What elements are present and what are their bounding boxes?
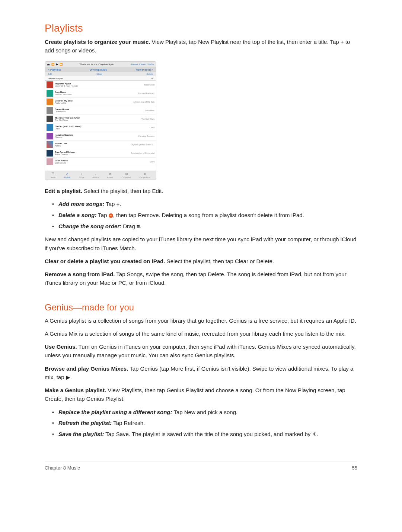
device-screenshot: ⏮ ⏪ ▶ ⏩ What's in it for me - Together A… (45, 61, 156, 180)
clear-button: Clear (96, 73, 102, 75)
device-controls: ⏮ ⏪ ▶ ⏩ (47, 63, 63, 66)
tab-genres-label: Genres (107, 176, 113, 178)
device-song-list: Together Again Vince Gill & Paul Frankli… (45, 81, 156, 166)
tab-composers: ⊞ Composers (122, 172, 131, 178)
song-artist: Austra (55, 145, 125, 147)
song-artist: At the Drive-in (55, 153, 125, 155)
genius-use-rest: Turn on Genius in iTunes on your compute… (45, 344, 356, 358)
list-item: Hanging Gardens Classixs Hanging Gardens (45, 132, 156, 141)
section2-title: Genius—made for you (45, 302, 357, 313)
list-item: Color of My Soul Pretty Lights A Color M… (45, 98, 156, 106)
tab-albums-label: Albums (93, 176, 99, 178)
tab-menu: ☰ Menu (51, 172, 55, 178)
clear-delete-bold: Clear or delete a playlist you created o… (45, 258, 165, 264)
bullet-text: Delete a song: Tap −, then tap Remove. D… (58, 211, 304, 219)
genres-icon: ≋ (109, 172, 112, 176)
genius-use-para: Use Genius. Turn on Genius in iTunes on … (45, 342, 357, 360)
playlist-title: Driving Music (90, 68, 107, 71)
list-item: The One That Got Away The Civil Wars The… (45, 115, 156, 123)
clear-delete-para: Clear or delete a playlist you created o… (45, 257, 357, 265)
list-item: I'm Out (feat. Nicki Minaj) Ciara Ciara (45, 123, 156, 132)
song-artist: Pretty Lights (55, 102, 125, 104)
track-name: What's in it for me - Together Again (63, 63, 131, 65)
section1-intro: Create playlists to organize your music.… (45, 38, 357, 55)
list-item: Together Again Vince Gill & Paul Frankli… (45, 81, 156, 89)
song-thumb (47, 81, 53, 88)
song-album: The Civil Wars (125, 118, 154, 120)
song-album: Olympia (Bonus Track V... (125, 144, 154, 146)
bullet-save: Save the playlist: Tap Save. The playlis… (52, 430, 357, 439)
remove-song-para: Remove a song from iPad. Tap Songs, swip… (45, 270, 357, 287)
compilations-icon: ≡ (144, 172, 146, 176)
page-number: 55 (352, 465, 357, 471)
remove-song-bold: Remove a song from iPad. (45, 271, 115, 277)
shuffle-button: Shuffle (147, 63, 154, 65)
device-nav-bar: < Playlists Driving Music Now Playing › (45, 67, 156, 72)
section1-title: Playlists (45, 22, 357, 34)
song-info: One Armed Scissor At the Drive-in (55, 151, 125, 155)
genius-p2: A Genius Mix is a selection of songs of … (45, 329, 357, 338)
chapter-label: Chapter 8 Music (45, 465, 80, 471)
genius-use-bold: Use Genius. (45, 344, 77, 350)
song-thumb (47, 107, 53, 114)
edit-bullets: Add more songs: Tap +. Delete a song: Ta… (52, 200, 357, 230)
song-artist: The Civil Wars (55, 119, 125, 121)
genius-p1: A Genius playlist is a collection of son… (45, 316, 357, 325)
edit-playlist-bold: Edit a playlist. (45, 188, 82, 194)
bullet-text: Replace the playlist using a different s… (58, 408, 237, 416)
page-footer: Chapter 8 Music 55 (45, 461, 357, 471)
section1-intro-bold: Create playlists to organize your music. (45, 39, 150, 45)
composers-icon: ⊞ (125, 172, 128, 176)
genius-bullets: Replace the playlist using a different s… (52, 408, 357, 439)
create-button: Create (139, 63, 146, 65)
bullet-refresh: Refresh the playlist: Tap Refresh. (52, 419, 357, 428)
song-artist: Bosnian Rainbows (55, 93, 125, 96)
now-playing-link: Now Playing › (136, 68, 153, 71)
song-thumb (47, 141, 53, 148)
bullet-replace: Replace the playlist using a different s… (52, 408, 357, 417)
device-bottom-tabs: ☰ Menu ♫ Playlists ♪ Songs ♩ Albums ≋ Ge… (45, 171, 156, 180)
song-thumb (47, 124, 53, 131)
tab-menu-label: Menu (51, 176, 55, 178)
bullet-label: Change the song order: (58, 223, 121, 229)
tab-compilations: ≡ Compilations (140, 172, 150, 178)
song-info: Color of My Soul Pretty Lights (55, 100, 125, 104)
list-item: Dream House Deafheaven Sunbather (45, 106, 156, 115)
list-item: Torn Maps Bosnian Rainbows Bosnian Rainb… (45, 89, 156, 98)
bullet-add-songs: Add more songs: Tap +. (52, 200, 357, 209)
song-album: Ciara (125, 126, 154, 129)
song-album: Sunbather (125, 109, 154, 112)
song-info: Together Again Vince Gill & Paul Frankli… (55, 83, 125, 87)
tab-songs-label: Songs (79, 176, 84, 178)
device-top-bar: ⏮ ⏪ ▶ ⏩ What's in it for me - Together A… (45, 62, 156, 67)
song-artist: Demi Lovato (55, 162, 125, 164)
song-thumb (47, 150, 53, 157)
bullet-text: Refresh the playlist: Tap Refresh. (58, 419, 145, 427)
song-thumb (47, 116, 53, 122)
rewind-icon: ⏪ (51, 63, 55, 66)
song-album: A Color Map of the Sun (125, 101, 154, 103)
back-button: < Playlists (48, 68, 61, 71)
song-album: Hanging Gardens (125, 135, 154, 137)
genius-browse-bold: Browse and play Genius Mixes. (45, 365, 128, 372)
close-icon: ✕ (151, 77, 153, 80)
songs-icon: ♪ (81, 172, 83, 176)
shuffle-playlist-label: Shuffle Playlist (48, 77, 63, 80)
edit-playlist-para: Edit a playlist. Select the playlist, th… (45, 187, 357, 195)
bullet-text: Save the playlist: Tap Save. The playlis… (58, 430, 319, 438)
bullet-label: Refresh the playlist: (58, 420, 112, 426)
song-album: Relationship of Command (125, 152, 154, 154)
song-artist: Classixs (55, 136, 125, 138)
song-artist: Vince Gill & Paul Franklin (55, 85, 125, 87)
albums-icon: ♩ (95, 172, 96, 176)
song-thumb (47, 158, 53, 165)
bullet-label: Replace the playlist using a different s… (58, 409, 172, 415)
song-album: Bosnian Rainbows (125, 92, 154, 94)
menu-icon: ☰ (51, 172, 54, 176)
play-icon: ▶ (56, 63, 58, 66)
tab-playlists: ♫ Playlists (64, 172, 70, 178)
edit-button: Edit (48, 73, 52, 75)
song-info: Torn Maps Bosnian Rainbows (55, 91, 125, 96)
song-thumb (47, 99, 53, 105)
song-thumb (47, 90, 53, 97)
